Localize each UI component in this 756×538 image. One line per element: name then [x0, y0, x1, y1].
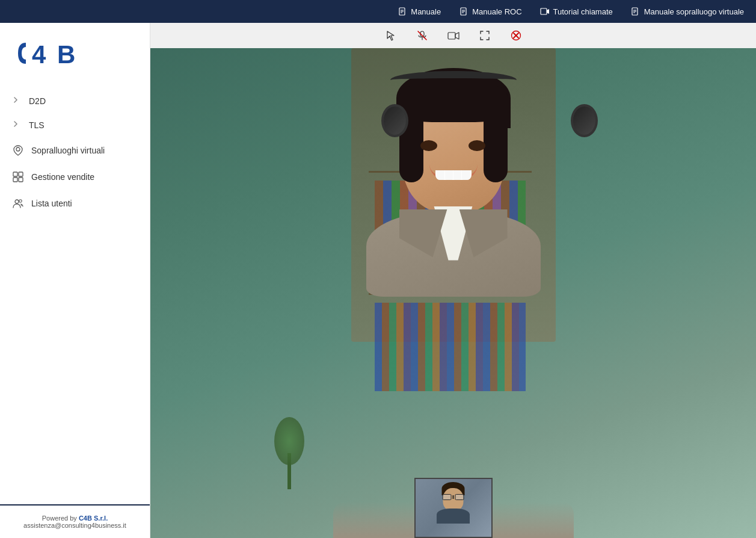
topbar-label-manuale: Manuale [411, 7, 441, 16]
topbar-label-tutorial: Tutorial chiamate [553, 7, 613, 16]
svg-rect-17 [13, 172, 17, 176]
sidebar-label-d2d: D2D [29, 96, 46, 106]
svg-rect-26 [448, 32, 455, 39]
sidebar-label-sopralluoghi: Sopralluoghi virtuali [31, 146, 105, 155]
topbar-item-manuale[interactable]: Manuale [398, 7, 441, 16]
svg-rect-8 [541, 8, 547, 14]
svg-point-16 [16, 147, 20, 151]
sidebar-item-sopralluoghi[interactable]: Sopralluoghi virtuali [0, 137, 150, 164]
location-icon [12, 144, 24, 156]
topbar-item-tutorial[interactable]: Tutorial chiamate [540, 7, 613, 16]
mic-mute-button[interactable] [413, 26, 432, 45]
svg-marker-27 [455, 32, 459, 39]
logo: 4 B [15, 37, 93, 70]
svg-text:B: B [57, 40, 75, 69]
svg-rect-20 [19, 178, 23, 182]
cursor-button[interactable] [381, 26, 401, 45]
sidebar-label-lista-utenti: Lista utenti [31, 199, 72, 208]
top-bar: Manuale Manuale ROC Tutorial chiamate [0, 0, 756, 23]
file-icon-sopralluogo [631, 7, 641, 16]
topbar-item-sopralluogo[interactable]: Manuale sopralluogo virtuale [631, 7, 744, 16]
sidebar-item-d2d[interactable]: D2D [0, 89, 150, 113]
footer-email: assistenza@consulting4business.it [12, 522, 138, 529]
video-icon [540, 7, 550, 16]
sidebar-nav: D2D TLS Sopralluoghi [0, 83, 150, 504]
camera-button[interactable] [444, 26, 463, 45]
svg-point-22 [19, 200, 22, 202]
svg-rect-18 [19, 172, 23, 176]
main-video [150, 48, 756, 538]
svg-text:4: 4 [32, 40, 46, 69]
sidebar-item-lista-utenti[interactable]: Lista utenti [0, 190, 150, 217]
end-call-button[interactable] [506, 26, 526, 45]
chevron-right-icon-tls [12, 120, 22, 130]
sidebar-label-tls: TLS [29, 120, 45, 130]
sidebar-label-gestione-vendite: Gestione vendite [31, 172, 94, 182]
footer-powered-by: Powered by [42, 515, 77, 522]
svg-point-21 [15, 200, 19, 203]
fullscreen-button[interactable] [475, 26, 494, 45]
sidebar-item-tls[interactable]: TLS [0, 113, 150, 137]
topbar-label-manuale-roc: Manuale ROC [472, 7, 521, 16]
svg-rect-19 [13, 178, 17, 182]
grid-icon [12, 171, 24, 183]
video-area [150, 23, 756, 538]
file-icon-roc [459, 7, 469, 16]
logo-container: 4 B [0, 23, 150, 83]
file-icon [398, 7, 407, 16]
topbar-item-manuale-roc[interactable]: Manuale ROC [459, 7, 521, 16]
users-icon [12, 197, 24, 209]
video-toolbar [150, 23, 756, 48]
sidebar-item-gestione-vendite[interactable]: Gestione vendite [0, 164, 150, 190]
footer-company-link[interactable]: C4B S.r.l. [79, 515, 108, 522]
main-content: 4 B D2D [0, 23, 756, 538]
topbar-label-sopralluogo: Manuale sopralluogo virtuale [644, 7, 744, 16]
chevron-right-icon-d2d [12, 96, 22, 106]
sidebar: 4 B D2D [0, 23, 150, 538]
sidebar-footer: Powered by C4B S.r.l. assistenza@consult… [0, 504, 150, 538]
pip-video [414, 478, 493, 538]
